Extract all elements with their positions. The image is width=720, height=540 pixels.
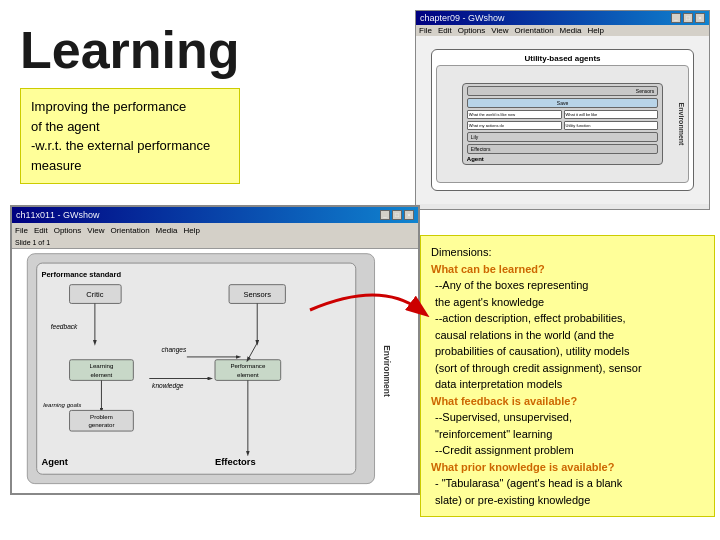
learn-maximize[interactable]: □: [392, 210, 402, 220]
what-learned-item-7: data interpretation models: [435, 376, 704, 393]
window-controls[interactable]: _ □ ×: [671, 13, 705, 23]
inner-boxes: What the world is like now What it will …: [467, 110, 658, 119]
box3: What my actions do: [467, 121, 562, 130]
critic-label: Critic: [86, 290, 103, 299]
learn-menu-view[interactable]: View: [87, 226, 104, 235]
learn-toolbar: Slide 1 of 1: [12, 237, 418, 249]
window-content: Utility-based agents Environment Sensors…: [416, 36, 709, 204]
close-button[interactable]: ×: [695, 13, 705, 23]
changes-label: changes: [162, 346, 187, 354]
menu-view[interactable]: View: [491, 26, 508, 35]
measure-text: measure: [31, 158, 82, 173]
learn-win-controls[interactable]: _ □ ×: [380, 210, 414, 220]
utility-inner: Environment Sensors Save What the world …: [436, 65, 690, 184]
svg-rect-12: [70, 410, 134, 431]
of-agent-text: of the agent: [31, 119, 100, 134]
what-feedback-item-1: --Supervised, unsupervised,: [435, 409, 704, 426]
what-prior-item-2: slate) or pre-existing knowledge: [435, 492, 704, 509]
menu-options[interactable]: Options: [458, 26, 486, 35]
learn-elem-label1: Learning: [90, 362, 114, 369]
menu-bar: File Edit Options View Orientation Media…: [416, 25, 709, 36]
learn-menu-options[interactable]: Options: [54, 226, 82, 235]
window-title: chapter09 - GWshow: [420, 13, 505, 23]
box2: What it will be like: [564, 110, 659, 119]
what-learned-item-6: (sort of through credit assignment), sen…: [435, 360, 704, 377]
box1: What the world is like now: [467, 110, 562, 119]
improving-text: Improving the performance: [31, 99, 186, 114]
page-title: Learning: [20, 20, 240, 80]
maximize-button[interactable]: □: [683, 13, 693, 23]
perf-standard-text: Performance standard: [41, 270, 121, 279]
sensors-learn-label: Sensors: [243, 290, 271, 299]
what-learned-item-5: probabilities of causation), utility mod…: [435, 343, 704, 360]
prob-gen-label2: generator: [88, 421, 114, 428]
sensors-label: Sensors: [467, 86, 658, 96]
learn-elem-label2: element: [91, 371, 113, 378]
what-learned-item-3: --action description, effect probabiliti…: [435, 310, 704, 327]
inner-boxes2: What my actions do Utility function: [467, 121, 658, 130]
svg-rect-1: [37, 263, 356, 474]
window-title-bar: chapter09 - GWshow _ □ ×: [416, 11, 709, 25]
what-feedback-item-3: --Credit assignment problem: [435, 442, 704, 459]
agent-label: Agent: [467, 156, 658, 162]
toolbar-text: Slide 1 of 1: [15, 239, 50, 246]
learn-menu-media[interactable]: Media: [156, 226, 178, 235]
svg-rect-9: [215, 360, 281, 381]
wrt-text: -w.r.t. the external performance: [31, 138, 210, 153]
perf-elem-label2: element: [237, 371, 259, 378]
utility-diagram: Utility-based agents Environment Sensors…: [431, 49, 695, 192]
menu-orientation[interactable]: Orientation: [514, 26, 553, 35]
learn-menu-bar: File Edit Options View Orientation Media…: [12, 223, 418, 237]
learning-agent-window: ch11x011 - GWshow _ □ × File Edit Option…: [10, 205, 420, 495]
svg-rect-4: [229, 285, 285, 304]
agent-label-learn: Agent: [41, 457, 68, 467]
svg-rect-3: [70, 285, 122, 304]
what-feedback-title: What feedback is available?: [431, 393, 704, 410]
what-prior-item-1: - "Tabularasa" (agent's head is a blank: [435, 475, 704, 492]
yellow-box-right: Dimensions: What can be learned? --Any o…: [420, 235, 715, 517]
svg-text:Environment: Environment: [382, 345, 392, 397]
effectors-label-learn: Effectors: [215, 457, 256, 467]
learn-close[interactable]: ×: [404, 210, 414, 220]
menu-help[interactable]: Help: [587, 26, 603, 35]
what-learned-title: What can be learned?: [431, 261, 704, 278]
save-label: Save: [467, 98, 658, 108]
learn-minimize[interactable]: _: [380, 210, 390, 220]
svg-rect-8: [70, 360, 134, 381]
what-learned-item-4: causal relations in the world (and the: [435, 327, 704, 344]
svg-rect-0: [27, 254, 374, 484]
prob-gen-label1: Problem: [90, 413, 113, 420]
what-learned-item-1: --Any of the boxes representing: [435, 277, 704, 294]
learn-menu-help[interactable]: Help: [183, 226, 199, 235]
box4: Utility function: [564, 121, 659, 130]
learn-menu-file[interactable]: File: [15, 226, 28, 235]
agent-diagram-box: Sensors Save What the world is like now …: [462, 83, 663, 165]
effectors-box: Effectors: [467, 144, 658, 154]
menu-media[interactable]: Media: [560, 26, 582, 35]
learn-goals-label: learning goals: [43, 401, 81, 408]
menu-file[interactable]: File: [419, 26, 432, 35]
utility-agents-window: chapter09 - GWshow _ □ × File Edit Optio…: [415, 10, 710, 210]
learn-title-bar: ch11x011 - GWshow _ □ ×: [12, 207, 418, 223]
what-feedback-item-2: "reinforcement" learning: [435, 426, 704, 443]
perf-elem-label1: Performance: [230, 362, 265, 369]
learn-content: Environment Performance standard Critic …: [12, 249, 418, 493]
what-learned-item-2: the agent's knowledge: [435, 294, 704, 311]
learn-menu-edit[interactable]: Edit: [34, 226, 48, 235]
learn-window-title: ch11x011 - GWshow: [16, 210, 100, 220]
knowledge-label: knowledge: [152, 382, 184, 390]
lily-box: Lily: [467, 132, 658, 142]
feedback-label: feedback: [51, 323, 78, 330]
minimize-button[interactable]: _: [671, 13, 681, 23]
learn-menu-orientation[interactable]: Orientation: [110, 226, 149, 235]
menu-edit[interactable]: Edit: [438, 26, 452, 35]
environment-label: Environment: [677, 103, 684, 146]
dimensions-label: Dimensions:: [431, 244, 704, 261]
yellow-box-left: Improving the performance of the agent -…: [20, 88, 240, 184]
learning-diagram-svg: Environment Performance standard Critic …: [12, 249, 418, 493]
what-prior-title: What prior knowledge is available?: [431, 459, 704, 476]
utility-label: Utility-based agents: [436, 54, 690, 63]
svg-line-14: [248, 343, 257, 360]
